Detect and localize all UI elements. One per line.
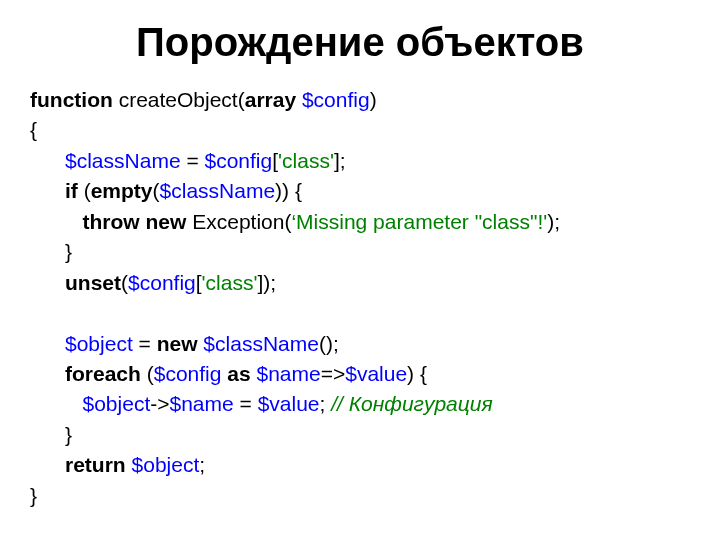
- text: ];: [334, 149, 346, 172]
- variable: $config: [205, 149, 273, 172]
- text: ) {: [407, 362, 427, 385]
- text: =: [181, 149, 205, 172]
- comment: // Конфигурация: [331, 392, 492, 415]
- variable: $name: [170, 392, 234, 415]
- variable: $className: [65, 149, 181, 172]
- variable: $className: [160, 179, 276, 202]
- keyword: as: [227, 362, 250, 385]
- code-line: }: [30, 484, 37, 507]
- code-line: if (empty($className)) {: [30, 179, 302, 202]
- keyword: function: [30, 88, 113, 111]
- text: ();: [319, 332, 339, 355]
- text: [30, 271, 65, 294]
- code-line: return $object;: [30, 453, 205, 476]
- variable: $value: [345, 362, 407, 385]
- code-line: $className = $config['class'];: [30, 149, 346, 172]
- text: ): [370, 88, 377, 111]
- text: createObject(: [113, 88, 245, 111]
- text: [30, 210, 83, 233]
- keyword: return: [65, 453, 126, 476]
- string: 'class': [202, 271, 258, 294]
- keyword: new: [157, 332, 198, 355]
- text: ;: [320, 392, 332, 415]
- keyword: empty: [91, 179, 153, 202]
- text: ;: [199, 453, 205, 476]
- code-line: throw new Exception(‘Missing parameter "…: [30, 210, 560, 233]
- text: (: [121, 271, 128, 294]
- variable: $object: [83, 392, 151, 415]
- slide-title: Порождение объектов: [30, 20, 690, 65]
- text: =: [133, 332, 157, 355]
- text: )) {: [275, 179, 302, 202]
- keyword: throw new: [83, 210, 187, 233]
- text: [30, 332, 65, 355]
- code-line: $object->$name = $value; // Конфигурация: [30, 392, 493, 415]
- text: Exception(: [186, 210, 291, 233]
- text: =>: [321, 362, 346, 385]
- keyword: unset: [65, 271, 121, 294]
- text: ->: [150, 392, 169, 415]
- code-line: unset($config['class']);: [30, 271, 276, 294]
- text: =: [234, 392, 258, 415]
- variable: $object: [65, 332, 133, 355]
- text: );: [547, 210, 560, 233]
- variable: $config: [128, 271, 196, 294]
- keyword: foreach: [65, 362, 141, 385]
- variable: $value: [258, 392, 320, 415]
- code-line: }: [30, 240, 72, 263]
- keyword: if: [65, 179, 78, 202]
- code-line: function createObject(array $config): [30, 88, 377, 111]
- code-line: foreach ($config as $name=>$value) {: [30, 362, 427, 385]
- text: [30, 362, 65, 385]
- text: (: [141, 362, 154, 385]
- code-line: {: [30, 118, 37, 141]
- string: ‘Missing parameter "class"!': [291, 210, 547, 233]
- string: 'class': [278, 149, 334, 172]
- text: [30, 392, 83, 415]
- variable: $name: [256, 362, 320, 385]
- code-line: }: [30, 423, 72, 446]
- variable: $config: [154, 362, 222, 385]
- text: ]);: [257, 271, 276, 294]
- variable: $className: [203, 332, 319, 355]
- code-line: $object = new $className();: [30, 332, 339, 355]
- text: (: [153, 179, 160, 202]
- variable: $object: [132, 453, 200, 476]
- slide: Порождение объектов function createObjec…: [0, 0, 720, 540]
- text: [30, 453, 65, 476]
- text: (: [78, 179, 91, 202]
- keyword: array: [245, 88, 296, 111]
- text: [30, 149, 65, 172]
- variable: $config: [302, 88, 370, 111]
- code-block: function createObject(array $config) { $…: [30, 85, 690, 511]
- text: [30, 179, 65, 202]
